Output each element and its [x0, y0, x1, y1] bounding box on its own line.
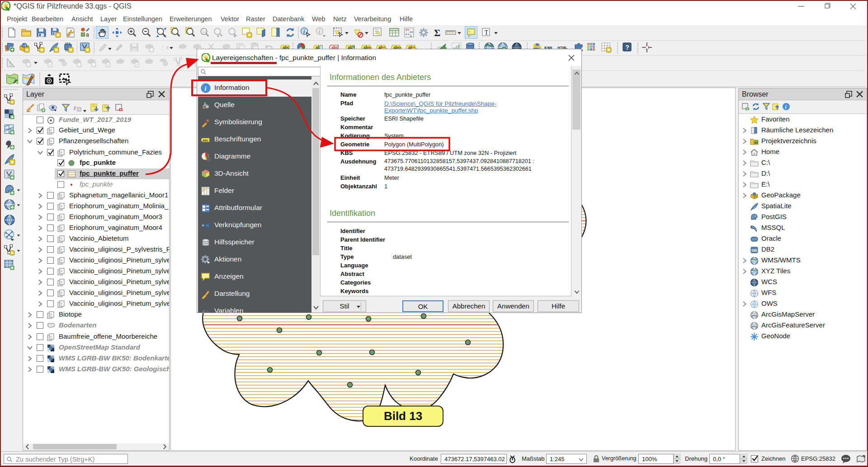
- svg-text:Σ: Σ: [434, 27, 440, 38]
- svg-text:i: i: [205, 85, 207, 92]
- svg-text:⋮x: ⋮x: [160, 44, 169, 51]
- svg-text:?: ?: [625, 44, 629, 51]
- svg-text:ε: ε: [202, 307, 206, 313]
- svg-text:ε: ε: [74, 104, 76, 111]
- svg-text:1:1: 1:1: [202, 30, 207, 33]
- svg-text:abc: abc: [203, 138, 208, 142]
- svg-text:T: T: [485, 29, 489, 36]
- svg-text:a: a: [86, 32, 89, 38]
- svg-text:DB2: DB2: [751, 249, 757, 252]
